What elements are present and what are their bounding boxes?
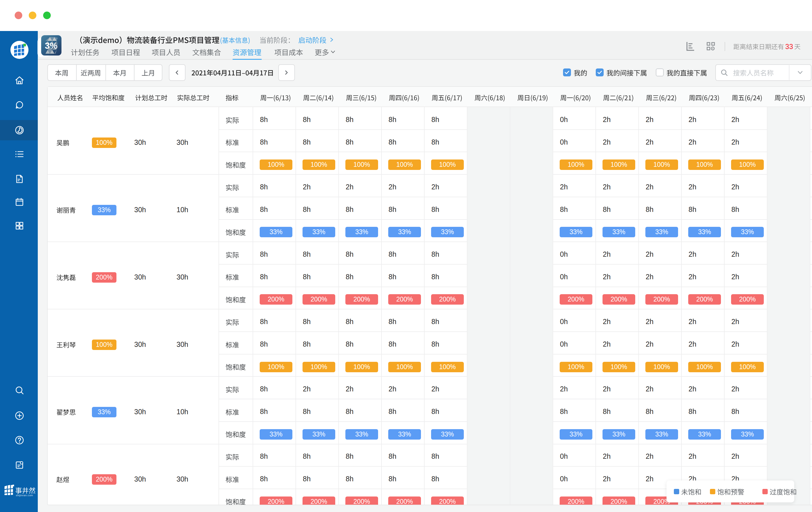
svg-text:3%: 3% (45, 41, 58, 51)
